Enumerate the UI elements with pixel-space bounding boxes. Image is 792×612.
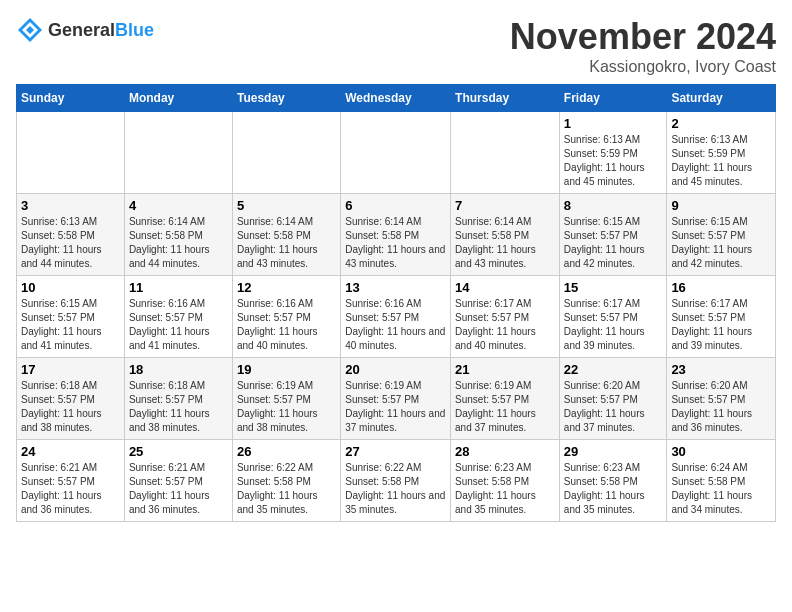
week-row-0: 1Sunrise: 6:13 AM Sunset: 5:59 PM Daylig… xyxy=(17,112,776,194)
day-number: 22 xyxy=(564,362,663,377)
calendar-cell: 8Sunrise: 6:15 AM Sunset: 5:57 PM Daylig… xyxy=(559,194,667,276)
main-title: November 2024 xyxy=(510,16,776,58)
logo: GeneralBlue xyxy=(16,16,154,44)
day-number: 17 xyxy=(21,362,120,377)
calendar-cell xyxy=(124,112,232,194)
day-info: Sunrise: 6:22 AM Sunset: 5:58 PM Dayligh… xyxy=(237,461,336,517)
day-info: Sunrise: 6:20 AM Sunset: 5:57 PM Dayligh… xyxy=(671,379,771,435)
day-info: Sunrise: 6:20 AM Sunset: 5:57 PM Dayligh… xyxy=(564,379,663,435)
calendar-cell: 24Sunrise: 6:21 AM Sunset: 5:57 PM Dayli… xyxy=(17,440,125,522)
calendar-cell: 14Sunrise: 6:17 AM Sunset: 5:57 PM Dayli… xyxy=(451,276,560,358)
week-row-2: 10Sunrise: 6:15 AM Sunset: 5:57 PM Dayli… xyxy=(17,276,776,358)
day-info: Sunrise: 6:19 AM Sunset: 5:57 PM Dayligh… xyxy=(237,379,336,435)
calendar-table: SundayMondayTuesdayWednesdayThursdayFrid… xyxy=(16,84,776,522)
day-number: 1 xyxy=(564,116,663,131)
calendar-cell: 30Sunrise: 6:24 AM Sunset: 5:58 PM Dayli… xyxy=(667,440,776,522)
subtitle: Kassiongokro, Ivory Coast xyxy=(510,58,776,76)
calendar-cell: 15Sunrise: 6:17 AM Sunset: 5:57 PM Dayli… xyxy=(559,276,667,358)
calendar-cell: 9Sunrise: 6:15 AM Sunset: 5:57 PM Daylig… xyxy=(667,194,776,276)
day-info: Sunrise: 6:24 AM Sunset: 5:58 PM Dayligh… xyxy=(671,461,771,517)
day-info: Sunrise: 6:18 AM Sunset: 5:57 PM Dayligh… xyxy=(129,379,228,435)
day-number: 20 xyxy=(345,362,446,377)
day-info: Sunrise: 6:17 AM Sunset: 5:57 PM Dayligh… xyxy=(671,297,771,353)
calendar-cell xyxy=(17,112,125,194)
weekday-header-friday: Friday xyxy=(559,85,667,112)
day-info: Sunrise: 6:15 AM Sunset: 5:57 PM Dayligh… xyxy=(21,297,120,353)
calendar-cell: 7Sunrise: 6:14 AM Sunset: 5:58 PM Daylig… xyxy=(451,194,560,276)
day-info: Sunrise: 6:13 AM Sunset: 5:59 PM Dayligh… xyxy=(671,133,771,189)
calendar-cell: 27Sunrise: 6:22 AM Sunset: 5:58 PM Dayli… xyxy=(341,440,451,522)
day-number: 13 xyxy=(345,280,446,295)
day-number: 25 xyxy=(129,444,228,459)
day-info: Sunrise: 6:19 AM Sunset: 5:57 PM Dayligh… xyxy=(345,379,446,435)
calendar-cell: 17Sunrise: 6:18 AM Sunset: 5:57 PM Dayli… xyxy=(17,358,125,440)
calendar-cell: 11Sunrise: 6:16 AM Sunset: 5:57 PM Dayli… xyxy=(124,276,232,358)
calendar-cell: 1Sunrise: 6:13 AM Sunset: 5:59 PM Daylig… xyxy=(559,112,667,194)
calendar-cell: 23Sunrise: 6:20 AM Sunset: 5:57 PM Dayli… xyxy=(667,358,776,440)
calendar-cell: 19Sunrise: 6:19 AM Sunset: 5:57 PM Dayli… xyxy=(232,358,340,440)
day-info: Sunrise: 6:21 AM Sunset: 5:57 PM Dayligh… xyxy=(129,461,228,517)
day-number: 28 xyxy=(455,444,555,459)
day-number: 4 xyxy=(129,198,228,213)
day-info: Sunrise: 6:17 AM Sunset: 5:57 PM Dayligh… xyxy=(564,297,663,353)
day-number: 30 xyxy=(671,444,771,459)
calendar-cell: 18Sunrise: 6:18 AM Sunset: 5:57 PM Dayli… xyxy=(124,358,232,440)
calendar-cell: 20Sunrise: 6:19 AM Sunset: 5:57 PM Dayli… xyxy=(341,358,451,440)
day-number: 15 xyxy=(564,280,663,295)
title-section: November 2024 Kassiongokro, Ivory Coast xyxy=(510,16,776,76)
weekday-header-wednesday: Wednesday xyxy=(341,85,451,112)
week-row-4: 24Sunrise: 6:21 AM Sunset: 5:57 PM Dayli… xyxy=(17,440,776,522)
calendar-cell: 29Sunrise: 6:23 AM Sunset: 5:58 PM Dayli… xyxy=(559,440,667,522)
day-info: Sunrise: 6:14 AM Sunset: 5:58 PM Dayligh… xyxy=(345,215,446,271)
day-info: Sunrise: 6:15 AM Sunset: 5:57 PM Dayligh… xyxy=(564,215,663,271)
day-number: 5 xyxy=(237,198,336,213)
calendar-cell: 26Sunrise: 6:22 AM Sunset: 5:58 PM Dayli… xyxy=(232,440,340,522)
day-info: Sunrise: 6:18 AM Sunset: 5:57 PM Dayligh… xyxy=(21,379,120,435)
day-number: 23 xyxy=(671,362,771,377)
weekday-header-thursday: Thursday xyxy=(451,85,560,112)
calendar-cell: 12Sunrise: 6:16 AM Sunset: 5:57 PM Dayli… xyxy=(232,276,340,358)
day-number: 11 xyxy=(129,280,228,295)
day-number: 27 xyxy=(345,444,446,459)
logo-blue: Blue xyxy=(115,20,154,40)
day-number: 16 xyxy=(671,280,771,295)
week-row-1: 3Sunrise: 6:13 AM Sunset: 5:58 PM Daylig… xyxy=(17,194,776,276)
day-number: 21 xyxy=(455,362,555,377)
day-info: Sunrise: 6:14 AM Sunset: 5:58 PM Dayligh… xyxy=(237,215,336,271)
day-number: 9 xyxy=(671,198,771,213)
weekday-header-saturday: Saturday xyxy=(667,85,776,112)
calendar-cell: 28Sunrise: 6:23 AM Sunset: 5:58 PM Dayli… xyxy=(451,440,560,522)
day-number: 26 xyxy=(237,444,336,459)
calendar-cell: 2Sunrise: 6:13 AM Sunset: 5:59 PM Daylig… xyxy=(667,112,776,194)
day-number: 18 xyxy=(129,362,228,377)
calendar-cell: 22Sunrise: 6:20 AM Sunset: 5:57 PM Dayli… xyxy=(559,358,667,440)
day-info: Sunrise: 6:15 AM Sunset: 5:57 PM Dayligh… xyxy=(671,215,771,271)
calendar-cell: 16Sunrise: 6:17 AM Sunset: 5:57 PM Dayli… xyxy=(667,276,776,358)
logo-icon xyxy=(16,16,44,44)
day-number: 19 xyxy=(237,362,336,377)
calendar-cell: 4Sunrise: 6:14 AM Sunset: 5:58 PM Daylig… xyxy=(124,194,232,276)
day-info: Sunrise: 6:13 AM Sunset: 5:58 PM Dayligh… xyxy=(21,215,120,271)
header-row: SundayMondayTuesdayWednesdayThursdayFrid… xyxy=(17,85,776,112)
calendar-cell xyxy=(232,112,340,194)
day-info: Sunrise: 6:13 AM Sunset: 5:59 PM Dayligh… xyxy=(564,133,663,189)
day-info: Sunrise: 6:23 AM Sunset: 5:58 PM Dayligh… xyxy=(455,461,555,517)
day-info: Sunrise: 6:14 AM Sunset: 5:58 PM Dayligh… xyxy=(129,215,228,271)
day-number: 8 xyxy=(564,198,663,213)
calendar-cell: 10Sunrise: 6:15 AM Sunset: 5:57 PM Dayli… xyxy=(17,276,125,358)
weekday-header-sunday: Sunday xyxy=(17,85,125,112)
day-number: 7 xyxy=(455,198,555,213)
day-number: 2 xyxy=(671,116,771,131)
calendar-cell: 5Sunrise: 6:14 AM Sunset: 5:58 PM Daylig… xyxy=(232,194,340,276)
weekday-header-monday: Monday xyxy=(124,85,232,112)
day-info: Sunrise: 6:14 AM Sunset: 5:58 PM Dayligh… xyxy=(455,215,555,271)
calendar-cell xyxy=(451,112,560,194)
day-info: Sunrise: 6:19 AM Sunset: 5:57 PM Dayligh… xyxy=(455,379,555,435)
day-info: Sunrise: 6:21 AM Sunset: 5:57 PM Dayligh… xyxy=(21,461,120,517)
calendar-cell: 3Sunrise: 6:13 AM Sunset: 5:58 PM Daylig… xyxy=(17,194,125,276)
calendar-cell: 25Sunrise: 6:21 AM Sunset: 5:57 PM Dayli… xyxy=(124,440,232,522)
day-number: 3 xyxy=(21,198,120,213)
calendar-cell: 13Sunrise: 6:16 AM Sunset: 5:57 PM Dayli… xyxy=(341,276,451,358)
day-info: Sunrise: 6:17 AM Sunset: 5:57 PM Dayligh… xyxy=(455,297,555,353)
day-number: 12 xyxy=(237,280,336,295)
